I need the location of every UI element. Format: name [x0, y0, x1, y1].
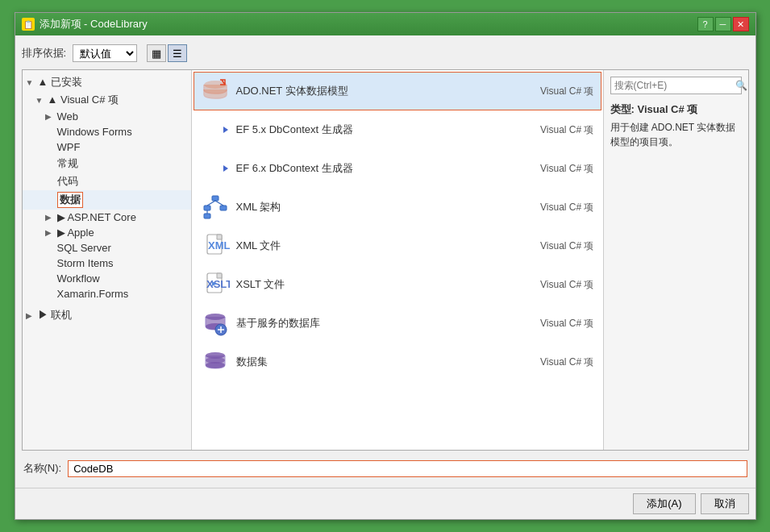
- web-label: Web: [57, 110, 79, 123]
- svg-rect-12: [204, 206, 210, 210]
- svg-marker-6: [223, 127, 228, 133]
- wpf-label: WPF: [57, 141, 81, 153]
- title-bar: 📋 添加新项 - CodeLibrary ? ─ ✕: [15, 13, 755, 35]
- list-item[interactable]: ADO.NET 实体数据模型Visual C# 项: [194, 72, 601, 110]
- title-bar-buttons: ? ─ ✕: [697, 17, 749, 31]
- list-item[interactable]: XSLTXSLT 文件Visual C# 项: [194, 265, 601, 304]
- item-icon: XSLT: [201, 270, 230, 299]
- tree-aspnet[interactable]: ▶ ▶ ASP.NET Core: [23, 210, 191, 225]
- close-button[interactable]: ✕: [733, 17, 749, 31]
- center-panel: ADO.NET 实体数据模型Visual C# 项EF 5.x DbContex…: [192, 70, 603, 450]
- tree-data[interactable]: 数据: [23, 190, 191, 210]
- list-item[interactable]: XMLXML 文件Visual C# 项: [194, 227, 601, 265]
- main-area: ▼ ▲ 已安装 ▼ ▲ Visual C# 项 ▶ Web Windows Fo…: [22, 69, 749, 451]
- app-icon: 📋: [22, 18, 35, 31]
- aspnet-expand-icon: ▶: [45, 213, 55, 222]
- xamarin-label: Xamarin.Forms: [57, 288, 129, 300]
- item-category: Visual C# 项: [530, 123, 594, 137]
- item-category: Visual C# 项: [530, 239, 594, 253]
- item-name: EF 6.x DbContext 生成器: [236, 161, 523, 176]
- item-category: Visual C# 项: [530, 278, 594, 292]
- svg-line-16: [215, 201, 223, 206]
- sqlserver-label: SQL Server: [57, 242, 111, 254]
- expand-icon: ▼: [26, 78, 35, 87]
- add-button[interactable]: 添加(A): [633, 493, 695, 514]
- item-category: Visual C# 项: [530, 85, 594, 98]
- apple-expand-icon: ▶: [45, 228, 55, 237]
- tree-code[interactable]: 代码: [23, 172, 191, 190]
- window-title: 添加新项 - CodeLibrary: [40, 17, 148, 31]
- tree-normal[interactable]: 常规: [23, 155, 191, 172]
- grid-icon: ▦: [152, 48, 161, 60]
- link-expand-icon: ▶: [26, 311, 35, 320]
- name-label: 名称(N):: [23, 461, 62, 476]
- item-icon: [201, 115, 230, 144]
- svg-rect-11: [212, 196, 219, 201]
- list-icon: ☰: [173, 48, 182, 60]
- name-input[interactable]: [69, 461, 746, 476]
- grid-view-button[interactable]: ▦: [147, 44, 166, 62]
- item-icon: [201, 347, 230, 376]
- tree-workflow[interactable]: Workflow: [23, 271, 191, 286]
- code-label: 代码: [57, 174, 78, 189]
- workflow-label: Workflow: [57, 272, 100, 285]
- sort-label: 排序依据:: [22, 46, 67, 60]
- item-category: Visual C# 项: [530, 355, 594, 369]
- item-icon: [201, 77, 230, 106]
- csharp-label: ▲ Visual C# 项: [48, 93, 119, 107]
- tree-xamarin[interactable]: Xamarin.Forms: [23, 286, 191, 301]
- tree-installed[interactable]: ▼ ▲ 已安装: [23, 73, 191, 91]
- tree-storm[interactable]: Storm Items: [23, 256, 191, 271]
- item-list: ADO.NET 实体数据模型Visual C# 项EF 5.x DbContex…: [194, 72, 601, 381]
- footer: 添加(A) 取消: [15, 488, 755, 519]
- item-name: XSLT 文件: [236, 277, 523, 292]
- tree-sqlserver[interactable]: SQL Server: [23, 240, 191, 256]
- storm-label: Storm Items: [57, 257, 114, 269]
- tree-web[interactable]: ▶ Web: [23, 109, 191, 124]
- left-panel: ▼ ▲ 已安装 ▼ ▲ Visual C# 项 ▶ Web Windows Fo…: [23, 70, 192, 450]
- list-item[interactable]: 数据集Visual C# 项: [194, 343, 601, 381]
- tree-wpf[interactable]: WPF: [23, 139, 191, 155]
- search-box[interactable]: 🔍: [610, 77, 742, 94]
- item-name: XML 文件: [236, 239, 523, 253]
- list-view-button[interactable]: ☰: [168, 44, 187, 62]
- list-item[interactable]: EF 6.x DbContext 生成器Visual C# 项: [194, 149, 601, 188]
- svg-rect-13: [220, 206, 227, 210]
- svg-text:XSLT: XSLT: [206, 278, 230, 290]
- search-input[interactable]: [614, 80, 735, 91]
- dialog-body: 排序依据: 默认值 ▦ ☰ ▼ ▲ 已安装: [15, 35, 755, 488]
- list-item[interactable]: EF 5.x DbContext 生成器Visual C# 项: [194, 110, 601, 149]
- main-dialog: 📋 添加新项 - CodeLibrary ? ─ ✕ 排序依据: 默认值 ▦ ☰: [15, 12, 756, 520]
- data-label: 数据: [57, 192, 83, 208]
- cancel-button[interactable]: 取消: [701, 493, 749, 514]
- help-button[interactable]: ?: [697, 17, 714, 31]
- tree-winforms[interactable]: Windows Forms: [23, 124, 191, 139]
- item-icon: [201, 309, 230, 338]
- installed-label: ▲ 已安装: [38, 75, 82, 89]
- list-item[interactable]: 基于服务的数据库Visual C# 项: [194, 304, 601, 343]
- tree-apple[interactable]: ▶ ▶ Apple: [23, 225, 191, 240]
- svg-marker-10: [223, 165, 228, 172]
- normal-label: 常规: [57, 156, 78, 171]
- tree-csharp[interactable]: ▼ ▲ Visual C# 项: [23, 91, 191, 109]
- item-category: Visual C# 项: [530, 317, 594, 330]
- svg-rect-14: [204, 214, 210, 218]
- item-name: ADO.NET 实体数据模型: [236, 84, 523, 98]
- item-name: 数据集: [236, 355, 523, 369]
- view-icons: ▦ ☰: [147, 44, 187, 62]
- minimize-button[interactable]: ─: [715, 17, 731, 31]
- search-icon: 🔍: [735, 80, 747, 91]
- svg-line-15: [207, 201, 215, 206]
- top-toolbar: 排序依据: 默认值 ▦ ☰: [22, 42, 749, 64]
- type-description: 用于创建 ADO.NET 实体数据模型的项目项。: [610, 120, 742, 149]
- sort-select[interactable]: 默认值: [73, 44, 137, 62]
- item-icon: [201, 193, 230, 222]
- item-name: EF 5.x DbContext 生成器: [236, 123, 523, 137]
- list-item[interactable]: XML 架构Visual C# 项: [194, 188, 601, 227]
- winforms-label: Windows Forms: [57, 126, 132, 138]
- apple-label: ▶ Apple: [57, 227, 94, 239]
- tree-link[interactable]: ▶ ▶ 联机: [23, 306, 191, 324]
- aspnet-label: ▶ ASP.NET Core: [57, 211, 136, 223]
- web-expand-icon: ▶: [45, 112, 55, 121]
- item-category: Visual C# 项: [530, 162, 594, 176]
